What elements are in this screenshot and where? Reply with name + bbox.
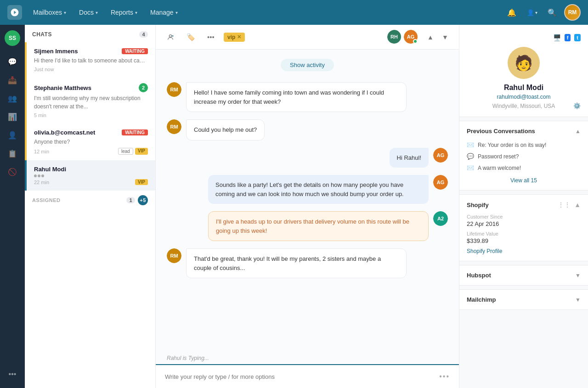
twitter-icon[interactable]: t: [574, 34, 581, 41]
assigned-plus-badge: +5: [138, 195, 148, 205]
chat-icon-btn[interactable]: 💬: [4, 53, 21, 70]
nav-docs[interactable]: Docs ▾: [74, 6, 103, 19]
shopify-grid-icon[interactable]: ⋮⋮: [558, 201, 571, 208]
chat-preview-rahul: [34, 174, 148, 177]
chat-input-area: •••: [156, 364, 459, 388]
chat-time-stephanie: 5 min: [34, 112, 46, 118]
prev-conversations-toggle[interactable]: Previous Conversations ▲: [467, 128, 581, 135]
chat-preview-sijmen: Hi there I'd like to talk to someone abo…: [34, 56, 148, 65]
email-icon-1: ✉️: [467, 141, 474, 148]
shopify-profile-link[interactable]: Shopify Profile: [467, 248, 581, 254]
agent-status-button[interactable]: 👤 ▾: [524, 4, 540, 21]
lifetime-value-label: Lifetime Value: [467, 231, 581, 236]
vip-tag-rahul: VIP: [135, 179, 148, 185]
agent-avatar-msg-2: AG: [433, 175, 448, 190]
vip-tag-olivia: VIP: [135, 148, 148, 155]
prev-conversations-title: Previous Conversations: [467, 128, 535, 135]
more-icon-btn[interactable]: •••: [4, 366, 21, 382]
reply-input[interactable]: [165, 373, 434, 380]
agent-avatar-2: AG: [404, 30, 418, 45]
sidebar-header: Chats 4: [25, 25, 155, 42]
prev-chat-button[interactable]: ▲: [424, 31, 437, 44]
message-bubble-2: Could you help me out?: [186, 119, 265, 141]
chat-name-sijmen: Sijmen Immens: [34, 48, 78, 55]
agent-avatar-msg-3: A2: [433, 211, 448, 226]
inbox-icon-btn[interactable]: 📥: [4, 72, 21, 88]
nav-mailboxes[interactable]: Mailboxes ▾: [28, 6, 72, 19]
user-avatar[interactable]: RM: [564, 4, 581, 21]
contact-social-icons: 🖥️ f t: [553, 34, 581, 41]
label-button[interactable]: 🏷️: [183, 30, 198, 45]
nav-reports[interactable]: Reports ▾: [105, 6, 143, 19]
message-row-3: Hi Rahul! AG: [167, 148, 448, 168]
email-icon-2: ✉️: [467, 164, 474, 171]
chat-item-stephanie[interactable]: Stephanie Matthews 2 I'm still wondering…: [25, 78, 155, 124]
shopify-section: Shopify ⋮⋮ ▲ Customer Since 22 Apr 2016 …: [459, 194, 588, 261]
blocked-icon-btn[interactable]: 🚫: [4, 163, 21, 180]
settings-gear-icon[interactable]: ⚙️: [573, 102, 581, 109]
chat-messages: Show activity RM Hello! I have some fami…: [156, 50, 459, 352]
chat-time-sijmen: Just now: [34, 67, 54, 72]
prev-conv-item-1[interactable]: ✉️ Re: Your order is on its way!: [467, 139, 581, 151]
assigned-count: 1: [126, 197, 135, 203]
input-more-options[interactable]: •••: [439, 372, 450, 381]
app-logo[interactable]: [7, 5, 22, 20]
facebook-icon[interactable]: f: [565, 34, 571, 41]
chat-icon-1: 💬: [467, 153, 474, 160]
reports-icon-btn[interactable]: 📊: [4, 108, 21, 125]
user-initials-avatar[interactable]: SS: [5, 30, 20, 46]
mailchimp-collapse-icon: ▼: [575, 297, 581, 303]
agent-avatar-1: RH: [387, 30, 402, 45]
agent-icon: 👤: [527, 9, 534, 16]
search-button[interactable]: 🔍: [544, 4, 560, 21]
more-options-button[interactable]: •••: [204, 30, 218, 45]
chat-toolbar: 🏷️ ••• vip ✕ RH AG ▲ ▼: [156, 25, 459, 50]
notes-icon-btn[interactable]: 📋: [4, 145, 21, 162]
shopify-collapse-icon[interactable]: ▲: [574, 201, 581, 208]
svg-point-0: [169, 34, 171, 37]
typing-indicator: Rahul is Typing...: [156, 352, 459, 364]
mailchimp-toggle[interactable]: Mailchimp ▼: [467, 296, 581, 303]
top-navigation: Mailboxes ▾ Docs ▾ Reports ▾ Manage ▾ 🔔 …: [0, 0, 588, 25]
team-icon-btn[interactable]: 👥: [4, 90, 21, 107]
mailboxes-chevron-icon: ▾: [64, 10, 66, 15]
customer-since-label: Customer Since: [467, 214, 581, 219]
customer-avatar-3: RM: [167, 248, 181, 263]
chat-item-rahul[interactable]: Rahul Modi 22 min VIP: [25, 160, 155, 191]
hubspot-title: Hubspot: [467, 272, 491, 279]
notifications-button[interactable]: 🔔: [503, 4, 520, 21]
vip-tag-indicator[interactable]: vip ✕: [224, 33, 245, 42]
agent-avatars: RH AG: [387, 30, 418, 45]
chat-preview-olivia: Anyone there?: [34, 138, 148, 146]
message-row-1: RM Hello! I have some family coming into…: [167, 82, 448, 112]
message-bubble-4: Sounds like a party! Let's get the detai…: [208, 175, 429, 204]
typing-dots: [34, 174, 148, 177]
customer-avatar-1: RM: [167, 82, 181, 97]
monitor-icon[interactable]: 🖥️: [553, 34, 561, 41]
prev-conv-item-3[interactable]: ✉️ A warm welcome!: [467, 162, 581, 174]
view-all-conversations[interactable]: View all 15: [467, 174, 581, 184]
chat-item-sijmen[interactable]: Sijmen Immens WAITING Hi there I'd like …: [25, 42, 155, 78]
chats-count-badge: 4: [139, 31, 148, 38]
nav-manage[interactable]: Manage ▾: [145, 6, 183, 19]
lifetime-value-value: $339.89: [467, 237, 581, 244]
message-row-5: I'll give a heads up to our drivers that…: [167, 211, 448, 241]
contact-header: 🖥️ f t 🧑 Rahul Modi rahulmodi@toast.com …: [459, 25, 588, 117]
unread-badge-stephanie: 2: [139, 83, 148, 92]
waiting-badge-olivia: WAITING: [122, 129, 148, 135]
hubspot-toggle[interactable]: Hubspot ▼: [467, 272, 581, 279]
assign-user-button[interactable]: [163, 30, 178, 45]
icon-bar: SS 💬 📥 👥 📊 👤 📋 🚫 •••: [0, 25, 25, 388]
prev-conv-item-2[interactable]: 💬 Password reset?: [467, 151, 581, 162]
contacts-icon-btn[interactable]: 👤: [4, 127, 21, 143]
chat-item-olivia[interactable]: olivia.b@comcast.net WAITING Anyone ther…: [25, 124, 155, 160]
right-panel: 🖥️ f t 🧑 Rahul Modi rahulmodi@toast.com …: [459, 25, 588, 388]
mailchimp-section: Mailchimp ▼: [459, 289, 588, 310]
contact-email[interactable]: rahulmodi@toast.com: [497, 94, 551, 100]
next-chat-button[interactable]: ▼: [439, 31, 452, 44]
vip-tag-remove-icon[interactable]: ✕: [237, 34, 241, 40]
contact-avatar-large: 🧑: [508, 47, 540, 79]
navigation-arrows: ▲ ▼: [424, 31, 452, 44]
message-bubble-6: That'd be great, thank you! It will be m…: [186, 248, 407, 278]
show-activity-button[interactable]: Show activity: [281, 59, 334, 71]
